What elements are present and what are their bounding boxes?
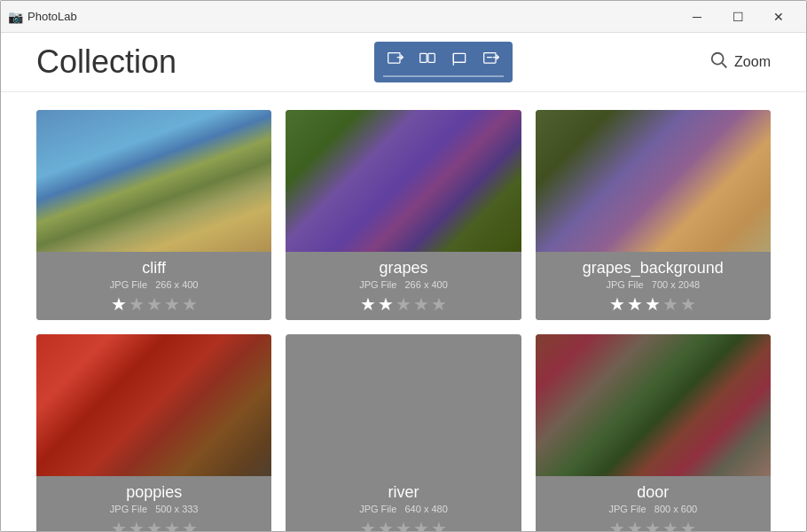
photo-info-cliff: cliff JPG File 266 x 400 ★★★★★: [36, 252, 271, 320]
star-empty: ★: [413, 518, 429, 531]
photo-thumb-poppies: [36, 334, 271, 476]
star-empty: ★: [431, 518, 447, 531]
app-window: 📷 PhotoLab ─ ☐ ✕ Collection: [0, 0, 807, 532]
photo-card-grapes[interactable]: grapes JPG File 266 x 400 ★★★★★: [286, 110, 521, 320]
star-filled: ★: [360, 293, 376, 315]
app-title: PhotoLab: [27, 10, 77, 23]
photo-info-river: river JPG File 640 x 480 ★★★★★: [286, 476, 521, 531]
page-title: Collection: [36, 43, 176, 81]
star-empty: ★: [182, 518, 198, 531]
star-empty: ★: [129, 518, 145, 531]
star-empty: ★: [680, 293, 696, 315]
title-bar-controls: ─ ☐ ✕: [677, 1, 799, 33]
photo-meta-cliff: JPG File 266 x 400: [45, 279, 262, 290]
search-icon: [709, 51, 729, 74]
header: Collection: [1, 33, 806, 92]
star-empty: ★: [431, 293, 447, 315]
app-icon: 📷: [8, 10, 22, 24]
export-button[interactable]: [479, 47, 504, 72]
search-zoom-area[interactable]: Zoom: [709, 51, 771, 74]
star-filled: ★: [609, 293, 625, 315]
photo-info-grapes_background: grapes_background JPG File 700 x 2048 ★★…: [536, 252, 771, 320]
photo-card-cliff[interactable]: cliff JPG File 266 x 400 ★★★★★: [36, 110, 271, 320]
photo-stars-door[interactable]: ★★★★★: [545, 518, 762, 531]
star-empty: ★: [360, 518, 376, 531]
star-filled: ★: [378, 293, 394, 315]
export-icon: [482, 51, 500, 68]
svg-rect-0: [388, 53, 399, 64]
photo-grid: cliff JPG File 266 x 400 ★★★★★ grapes JP…: [36, 110, 771, 531]
photo-name-river: river: [294, 483, 512, 502]
photo-thumb-cliff: [36, 110, 271, 252]
star-empty: ★: [129, 293, 145, 315]
svg-rect-7: [483, 53, 495, 64]
import-button[interactable]: [383, 47, 408, 72]
title-bar: 📷 PhotoLab ─ ☐ ✕: [1, 1, 806, 33]
photo-info-poppies: poppies JPG File 500 x 333 ★★★★★: [36, 476, 271, 531]
star-filled: ★: [111, 293, 127, 315]
crop-button[interactable]: [447, 47, 472, 72]
photo-card-poppies[interactable]: poppies JPG File 500 x 333 ★★★★★: [36, 334, 271, 531]
photo-stars-river[interactable]: ★★★★★: [294, 518, 512, 531]
svg-point-10: [712, 52, 724, 64]
photo-card-grapes_background[interactable]: grapes_background JPG File 700 x 2048 ★★…: [536, 110, 771, 320]
photo-stars-grapes_background[interactable]: ★★★★★: [545, 293, 762, 315]
star-empty: ★: [146, 518, 162, 531]
title-bar-left: 📷 PhotoLab: [8, 10, 77, 24]
photo-name-door: door: [545, 483, 762, 502]
photo-name-cliff: cliff: [45, 259, 262, 278]
star-empty: ★: [396, 293, 411, 315]
star-empty: ★: [396, 518, 411, 531]
photo-name-poppies: poppies: [45, 483, 262, 502]
photo-name-grapes: grapes: [294, 259, 512, 278]
svg-line-11: [722, 63, 726, 67]
photo-stars-poppies[interactable]: ★★★★★: [45, 518, 262, 531]
star-empty: ★: [609, 518, 625, 531]
photo-card-river[interactable]: river JPG File 640 x 480 ★★★★★: [286, 334, 521, 531]
maximize-button[interactable]: ☐: [717, 1, 758, 33]
toolbar-inner: [383, 47, 504, 77]
photo-meta-river: JPG File 640 x 480: [294, 504, 512, 514]
photo-meta-door: JPG File 800 x 600: [545, 504, 762, 514]
toolbar: [374, 42, 513, 82]
photo-thumb-river: [286, 334, 521, 476]
svg-rect-2: [419, 53, 427, 62]
toolbar-underline: [383, 75, 504, 77]
star-empty: ★: [378, 518, 394, 531]
compare-icon: [419, 51, 436, 68]
svg-rect-4: [453, 53, 465, 62]
zoom-label: Zoom: [734, 54, 771, 70]
photo-stars-cliff[interactable]: ★★★★★: [45, 293, 262, 315]
star-empty: ★: [182, 293, 198, 315]
photo-meta-poppies: JPG File 500 x 333: [45, 504, 262, 514]
star-empty: ★: [413, 293, 429, 315]
star-empty: ★: [662, 293, 678, 315]
close-button[interactable]: ✕: [758, 1, 799, 33]
photo-info-grapes: grapes JPG File 266 x 400 ★★★★★: [286, 252, 521, 320]
photo-card-door[interactable]: door JPG File 800 x 600 ★★★★★: [536, 334, 771, 531]
photo-name-grapes_background: grapes_background: [545, 259, 762, 278]
crop-icon: [451, 51, 468, 68]
photo-thumb-grapes_background: [536, 110, 771, 252]
star-empty: ★: [146, 293, 162, 315]
photo-info-door: door JPG File 800 x 600 ★★★★★: [536, 476, 771, 531]
photo-meta-grapes: JPG File 266 x 400: [294, 279, 512, 290]
star-empty: ★: [645, 518, 661, 531]
star-empty: ★: [111, 518, 127, 531]
star-empty: ★: [164, 293, 180, 315]
photo-thumb-door: [536, 334, 771, 476]
import-icon: [387, 51, 404, 68]
photo-thumb-grapes: [286, 110, 521, 252]
photo-meta-grapes_background: JPG File 700 x 2048: [545, 279, 762, 290]
photo-stars-grapes[interactable]: ★★★★★: [294, 293, 512, 315]
star-empty: ★: [627, 518, 643, 531]
star-empty: ★: [680, 518, 696, 531]
minimize-button[interactable]: ─: [677, 1, 717, 33]
star-filled: ★: [627, 293, 643, 315]
star-empty: ★: [164, 518, 180, 531]
compare-button[interactable]: [415, 47, 440, 72]
svg-rect-3: [427, 53, 435, 62]
star-filled: ★: [645, 293, 661, 315]
star-empty: ★: [662, 518, 678, 531]
photo-collection: cliff JPG File 266 x 400 ★★★★★ grapes JP…: [1, 92, 806, 531]
